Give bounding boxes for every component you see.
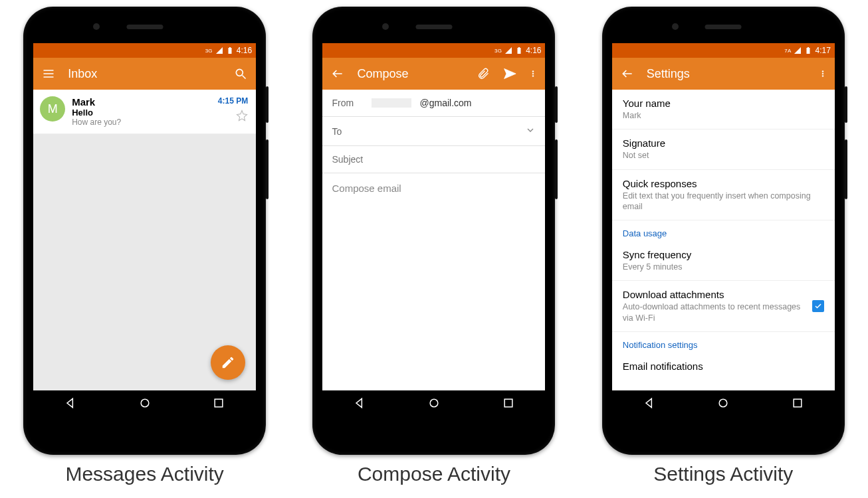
nav-home-icon[interactable] (716, 396, 730, 412)
status-bar: 3G 4:16 (322, 43, 545, 58)
nav-recent-icon[interactable] (502, 396, 515, 412)
system-navbar (33, 390, 256, 418)
search-icon[interactable] (233, 66, 248, 81)
settings-name-label: Your name (623, 98, 824, 109)
message-time: 4:15 PM (218, 96, 248, 106)
network-label: 3G (205, 48, 213, 54)
settings-sig-label: Signature (623, 137, 824, 149)
svg-point-4 (532, 73, 534, 74)
appbar-title: Settings (647, 67, 807, 81)
attach-icon[interactable] (476, 66, 490, 81)
nav-recent-icon[interactable] (791, 396, 804, 412)
caption-settings: Settings Activity (653, 463, 793, 485)
nav-home-icon[interactable] (427, 396, 441, 412)
settings-row-emailnotif[interactable]: Email notifications (612, 358, 835, 372)
message-sender: Mark (72, 96, 211, 108)
settings-row-download[interactable]: Download attachments Auto-download attac… (612, 281, 835, 332)
status-time: 4:16 (237, 46, 252, 55)
battery-icon (226, 46, 234, 54)
svg-rect-7 (504, 399, 512, 407)
svg-point-6 (430, 399, 438, 407)
nav-recent-icon[interactable] (212, 396, 225, 412)
to-label: To (332, 126, 364, 137)
phone-frame-inbox: 3G 4:16 Inbox M (23, 7, 266, 455)
signal-icon (215, 46, 223, 54)
svg-point-1 (141, 399, 149, 407)
svg-point-10 (822, 76, 823, 77)
settings-header-data: Data usage (612, 220, 835, 246)
settings-name-value: Mark (623, 110, 824, 121)
settings-dl-sub: Auto-download attachments to recent mess… (623, 301, 812, 323)
nav-back-icon[interactable] (353, 396, 366, 412)
svg-point-0 (236, 69, 243, 76)
compose-content: From @gmail.com To Compose emai (322, 90, 545, 390)
status-time: 4:17 (815, 46, 830, 55)
checkbox-download[interactable] (812, 300, 824, 312)
svg-point-8 (822, 71, 823, 72)
nav-home-icon[interactable] (138, 396, 152, 412)
subject-row[interactable] (322, 146, 545, 173)
caption-messages: Messages Activity (65, 463, 223, 485)
svg-point-11 (719, 399, 727, 407)
status-time: 4:16 (526, 46, 541, 55)
from-redacted (372, 98, 411, 108)
appbar-settings: Settings (612, 58, 835, 90)
message-subject: Hello (72, 108, 211, 118)
settings-quick-sub: Edit text that you frequently insert whe… (623, 191, 824, 212)
compose-fab[interactable] (211, 345, 245, 380)
system-navbar (612, 390, 835, 418)
notification-header: Notification settings (623, 340, 824, 350)
settings-row-sync[interactable]: Sync frequency Every 5 minutes (612, 246, 835, 281)
settings-sync-label: Sync frequency (623, 249, 824, 260)
compose-body[interactable]: Compose email (322, 173, 545, 203)
appbar-title: Compose (357, 67, 464, 81)
caption-compose: Compose Activity (358, 463, 510, 485)
send-icon[interactable] (502, 66, 517, 81)
message-row[interactable]: M Mark Hello How are you? 4:15 PM (33, 90, 256, 134)
overflow-icon[interactable] (529, 66, 537, 81)
back-arrow-icon[interactable] (330, 66, 345, 81)
appbar-title: Inbox (68, 67, 221, 81)
settings-row-name[interactable]: Your name Mark (612, 90, 835, 129)
nav-back-icon[interactable] (64, 396, 77, 412)
overflow-icon[interactable] (819, 66, 827, 81)
settings-sig-value: Not set (623, 150, 824, 161)
settings-row-quick[interactable]: Quick responses Edit text that you frequ… (612, 170, 835, 221)
appbar-inbox: Inbox (33, 58, 256, 90)
to-row[interactable]: To (322, 117, 545, 146)
settings-sync-value: Every 5 minutes (623, 262, 824, 272)
settings-row-signature[interactable]: Signature Not set (612, 129, 835, 169)
data-usage-header: Data usage (623, 228, 824, 238)
to-input[interactable] (372, 126, 517, 137)
hamburger-icon[interactable] (41, 66, 56, 81)
avatar[interactable]: M (40, 96, 65, 122)
status-bar: 3G 4:16 (33, 43, 256, 58)
signal-icon (504, 46, 512, 54)
chevron-down-icon[interactable] (525, 125, 536, 137)
message-preview: How are you? (72, 118, 211, 127)
back-arrow-icon[interactable] (620, 66, 635, 81)
from-row[interactable]: From @gmail.com (322, 90, 545, 117)
network-label: 3G (494, 48, 502, 54)
settings-emailnotif-label: Email notifications (623, 361, 824, 372)
settings-dl-label: Download attachments (623, 289, 812, 300)
svg-rect-12 (794, 399, 802, 407)
battery-icon (804, 46, 812, 54)
phone-frame-settings: 7A 4:17 Settings Your name (602, 7, 845, 455)
phone-frame-compose: 3G 4:16 Compose (312, 7, 555, 455)
svg-point-5 (532, 76, 534, 77)
svg-point-3 (532, 71, 534, 72)
settings-content[interactable]: Your name Mark Signature Not set Quick r… (612, 90, 835, 390)
subject-input[interactable] (332, 154, 536, 165)
star-icon[interactable] (236, 110, 248, 124)
appbar-compose: Compose (322, 58, 545, 90)
battery-icon (515, 46, 523, 54)
settings-quick-label: Quick responses (623, 178, 824, 189)
svg-point-9 (822, 73, 823, 74)
nav-back-icon[interactable] (643, 396, 656, 412)
settings-header-notif: Notification settings (612, 332, 835, 358)
svg-rect-2 (215, 399, 223, 407)
signal-icon (794, 46, 802, 54)
status-bar: 7A 4:17 (612, 43, 835, 58)
from-label: From (332, 98, 364, 108)
